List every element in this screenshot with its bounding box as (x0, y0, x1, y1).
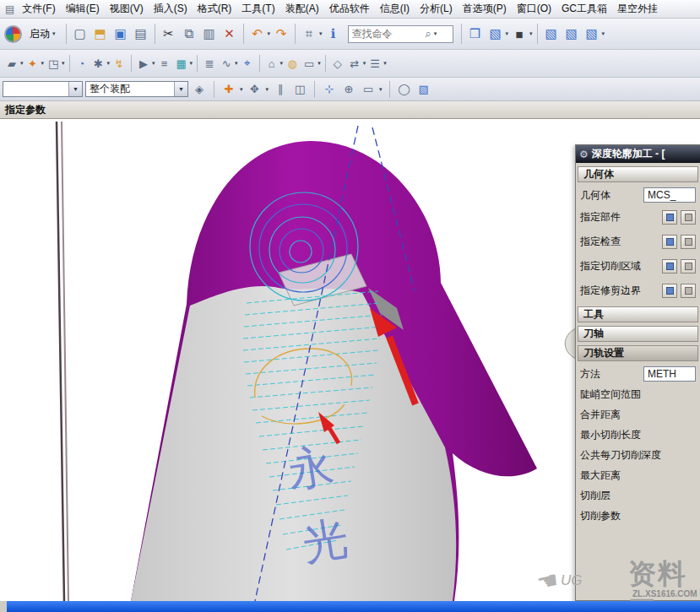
menu-window[interactable]: 窗口(O) (512, 0, 556, 19)
menu-format[interactable]: 格式(R) (193, 0, 237, 19)
undo-dropdown-icon[interactable]: ▾ (268, 30, 271, 37)
create-operation-icon[interactable]: ✱ (90, 55, 107, 72)
method-combo[interactable]: METH (643, 366, 696, 382)
dd-icon[interactable]: ▾ (383, 60, 387, 67)
section-tool[interactable]: 工具 (578, 306, 698, 322)
verify-toolpath-icon[interactable]: ▶ (135, 55, 152, 72)
select-cut-area-button[interactable] (662, 259, 677, 274)
select-check-button[interactable] (662, 235, 677, 249)
machine-tool-icon[interactable]: ⌂ (263, 55, 280, 72)
display-mode-icon[interactable]: ■ (509, 24, 529, 44)
select-trim-button[interactable] (662, 284, 677, 298)
copy-icon[interactable]: ⧉ (179, 24, 199, 44)
view-cube-dropdown-icon[interactable]: ▾ (506, 30, 509, 37)
display-mode-dropdown-icon[interactable]: ▾ (529, 30, 533, 37)
command-finder[interactable]: ⌕ ▾ (348, 25, 453, 43)
transform-icon[interactable]: ⇄ (346, 55, 363, 72)
menu-gc-toolbox[interactable]: GC工具箱 (556, 0, 612, 19)
menu-assemblies[interactable]: 装配(A) (280, 0, 324, 19)
create-program-icon[interactable]: ▰ (3, 55, 20, 72)
display-cut-area-button[interactable] (681, 259, 696, 274)
display-part-button[interactable] (681, 210, 696, 225)
paste-icon[interactable]: ▥ (199, 24, 220, 44)
rect-selection-icon[interactable]: ▭ (360, 81, 377, 98)
dd-icon[interactable]: ▾ (280, 60, 284, 67)
point-dialog-icon[interactable]: ⊕ (340, 81, 357, 98)
dd-icon[interactable]: ▾ (107, 60, 111, 67)
delete-icon[interactable]: ✕ (220, 24, 240, 44)
object-list-icon[interactable]: ☰ (366, 55, 383, 72)
dd-icon[interactable]: ▾ (363, 60, 366, 67)
menu-view[interactable]: 视图(V) (105, 0, 149, 19)
isometric-view-icon[interactable]: ▧ (541, 24, 562, 44)
menu-insert[interactable]: 插入(S) (149, 0, 193, 19)
dd-icon[interactable]: ▾ (62, 60, 65, 67)
shop-doc-icon[interactable]: ▦ (173, 55, 190, 72)
menu-tools[interactable]: 工具(T) (236, 0, 279, 19)
workpiece-icon[interactable]: ◍ (284, 55, 301, 72)
dd-icon[interactable]: ▾ (190, 60, 193, 67)
print-icon[interactable]: ▤ (131, 24, 151, 44)
menu-edit[interactable]: 编辑(E) (61, 0, 105, 19)
reuse-library-icon[interactable]: ◈ (191, 81, 208, 98)
menu-youpin-software[interactable]: 优品软件 (324, 0, 375, 19)
dd-icon[interactable]: ▾ (41, 60, 45, 67)
dd-icon[interactable]: ▾ (317, 60, 321, 67)
constraints-icon[interactable]: ∥ (272, 81, 289, 98)
move-component-icon[interactable]: ✥ (247, 81, 263, 98)
shaded-view-dropdown-icon[interactable]: ▾ (602, 30, 605, 37)
create-method-icon[interactable]: ◔ (73, 55, 90, 72)
redo-icon[interactable]: ↷ (271, 24, 291, 44)
section-tool-axis[interactable]: 刀轴 (578, 326, 698, 342)
arrangements-icon[interactable]: ◫ (291, 81, 308, 98)
feed-rate-icon[interactable]: ∿ (218, 55, 235, 72)
new-file-icon[interactable]: ▢ (70, 24, 90, 44)
combo-arrow-icon[interactable]: ▼ (174, 82, 187, 96)
capture-dropdown-icon[interactable]: ▾ (319, 30, 323, 37)
snap-point-icon[interactable]: ⊹ (321, 81, 338, 98)
search-dropdown-icon[interactable]: ▾ (434, 30, 437, 37)
dd-icon[interactable]: ▾ (235, 60, 238, 67)
shaded-cube-icon[interactable]: ▧ (415, 81, 432, 98)
cut-icon[interactable]: ✂ (159, 24, 179, 44)
save-icon[interactable]: ▣ (111, 24, 131, 44)
menu-file[interactable]: 文件(F) (17, 0, 60, 19)
display-trim-button[interactable] (681, 284, 696, 298)
dd-icon[interactable]: ▾ (152, 60, 155, 67)
dd-icon[interactable]: ▾ (240, 86, 243, 93)
sphere-select-icon[interactable]: ◯ (396, 81, 413, 98)
section-path-settings[interactable]: 刀轨设置 (578, 345, 698, 361)
create-tool-icon[interactable]: ✦ (24, 55, 41, 72)
shaded-view-icon[interactable]: ▧ (582, 24, 602, 44)
menu-information[interactable]: 信息(I) (375, 0, 415, 19)
add-component-icon[interactable]: ✚ (220, 81, 237, 98)
dd-icon[interactable]: ▾ (379, 86, 383, 93)
create-geometry-icon[interactable]: ◳ (45, 55, 62, 72)
info-icon[interactable]: ℹ (323, 24, 344, 44)
menu-preferences[interactable]: 首选项(P) (458, 0, 512, 19)
undo-icon[interactable]: ↶ (247, 24, 268, 44)
section-geometry[interactable]: 几何体 (578, 166, 698, 182)
window-layout-icon[interactable]: ❒ (465, 24, 486, 44)
menu-analysis[interactable]: 分析(L) (415, 0, 458, 19)
select-part-button[interactable] (662, 210, 677, 225)
selection-scope-combo[interactable]: ▼ (3, 81, 83, 97)
dd-icon[interactable]: ▾ (266, 86, 269, 93)
capture-icon[interactable]: ⌗ (299, 24, 319, 44)
open-folder-icon[interactable]: ⬒ (90, 24, 111, 44)
trimetric-view-icon[interactable]: ▧ (562, 24, 582, 44)
cut-levels-icon[interactable]: ≣ (201, 55, 218, 72)
mcs-combo[interactable]: MCS_ (643, 187, 696, 203)
combo-arrow-icon[interactable]: ▼ (68, 82, 82, 96)
start-button[interactable]: 启动 ▾ (24, 24, 62, 45)
generate-toolpath-icon[interactable]: ↯ (111, 55, 128, 72)
dialog-title-bar[interactable]: ⚙ 深度轮廓加工 - [ (576, 145, 700, 163)
search-input[interactable] (352, 28, 423, 40)
assembly-scope-combo[interactable]: 整个装配 ▼ (85, 81, 188, 97)
boundary-icon[interactable]: ▭ (301, 55, 317, 72)
menu-starry-plugin[interactable]: 星空外挂 (612, 0, 663, 19)
post-process-icon[interactable]: ≡ (156, 55, 173, 72)
display-check-button[interactable] (681, 235, 696, 249)
tool-display-icon[interactable]: ⌖ (239, 55, 256, 72)
dd-icon[interactable]: ▾ (20, 60, 24, 67)
